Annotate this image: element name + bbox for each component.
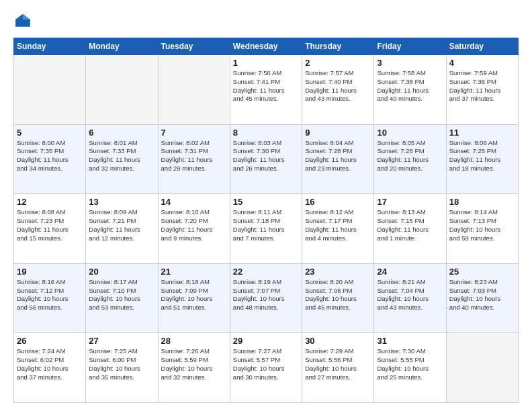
weekday-header-thursday: Thursday (302, 38, 374, 55)
day-info: Sunrise: 8:06 AM Sunset: 7:25 PM Dayligh… (449, 139, 515, 173)
day-number: 21 (161, 267, 227, 277)
day-number: 23 (305, 267, 371, 277)
calendar-cell: 17Sunrise: 8:13 AM Sunset: 7:15 PM Dayli… (374, 194, 446, 264)
svg-marker-2 (15, 14, 23, 19)
day-number: 11 (449, 128, 515, 138)
day-info: Sunrise: 8:04 AM Sunset: 7:28 PM Dayligh… (305, 139, 371, 173)
day-number: 2 (305, 58, 371, 68)
header (13, 12, 519, 31)
day-number: 30 (305, 336, 371, 346)
calendar-cell: 14Sunrise: 8:10 AM Sunset: 7:20 PM Dayli… (158, 194, 230, 264)
day-number: 4 (449, 58, 515, 68)
day-info: Sunrise: 7:27 AM Sunset: 5:57 PM Dayligh… (233, 347, 299, 381)
calendar-cell: 28Sunrise: 7:26 AM Sunset: 5:59 PM Dayli… (158, 333, 230, 403)
calendar-cell: 2Sunrise: 7:57 AM Sunset: 7:40 PM Daylig… (302, 55, 374, 125)
calendar-cell: 27Sunrise: 7:25 AM Sunset: 6:00 PM Dayli… (86, 333, 158, 403)
day-number: 18 (449, 197, 515, 207)
calendar-cell: 19Sunrise: 8:16 AM Sunset: 7:12 PM Dayli… (14, 263, 86, 333)
calendar-cell: 8Sunrise: 8:03 AM Sunset: 7:30 PM Daylig… (230, 124, 302, 194)
day-number: 9 (305, 128, 371, 138)
day-number: 22 (233, 267, 299, 277)
weekday-header-row: SundayMondayTuesdayWednesdayThursdayFrid… (14, 38, 519, 55)
day-info: Sunrise: 8:12 AM Sunset: 7:17 PM Dayligh… (305, 208, 371, 242)
day-info: Sunrise: 7:58 AM Sunset: 7:38 PM Dayligh… (377, 69, 443, 103)
day-info: Sunrise: 8:19 AM Sunset: 7:07 PM Dayligh… (233, 278, 299, 312)
calendar-cell: 26Sunrise: 7:24 AM Sunset: 6:02 PM Dayli… (14, 333, 86, 403)
day-info: Sunrise: 8:16 AM Sunset: 7:12 PM Dayligh… (17, 278, 83, 312)
day-number: 13 (89, 197, 154, 207)
weekday-header-monday: Monday (86, 38, 158, 55)
day-info: Sunrise: 8:17 AM Sunset: 7:10 PM Dayligh… (89, 278, 154, 312)
calendar-cell (158, 55, 230, 125)
calendar-cell: 24Sunrise: 8:21 AM Sunset: 7:04 PM Dayli… (374, 263, 446, 333)
calendar-cell: 1Sunrise: 7:56 AM Sunset: 7:41 PM Daylig… (230, 55, 302, 125)
day-number: 12 (17, 197, 83, 207)
calendar-cell (86, 55, 158, 125)
day-info: Sunrise: 7:30 AM Sunset: 5:55 PM Dayligh… (377, 347, 443, 381)
day-info: Sunrise: 8:23 AM Sunset: 7:03 PM Dayligh… (449, 278, 515, 312)
day-info: Sunrise: 7:57 AM Sunset: 7:40 PM Dayligh… (305, 69, 371, 103)
day-number: 26 (17, 336, 83, 346)
day-info: Sunrise: 8:02 AM Sunset: 7:31 PM Dayligh… (161, 139, 227, 173)
calendar: SundayMondayTuesdayWednesdayThursdayFrid… (13, 38, 519, 403)
calendar-cell: 29Sunrise: 7:27 AM Sunset: 5:57 PM Dayli… (230, 333, 302, 403)
day-number: 16 (305, 197, 371, 207)
calendar-cell: 20Sunrise: 8:17 AM Sunset: 7:10 PM Dayli… (86, 263, 158, 333)
day-info: Sunrise: 7:59 AM Sunset: 7:36 PM Dayligh… (449, 69, 515, 103)
day-number: 25 (449, 267, 515, 277)
day-info: Sunrise: 7:24 AM Sunset: 6:02 PM Dayligh… (17, 347, 83, 381)
day-info: Sunrise: 7:29 AM Sunset: 5:56 PM Dayligh… (305, 347, 371, 381)
calendar-cell: 11Sunrise: 8:06 AM Sunset: 7:25 PM Dayli… (446, 124, 518, 194)
day-number: 17 (377, 197, 443, 207)
calendar-cell: 31Sunrise: 7:30 AM Sunset: 5:55 PM Dayli… (374, 333, 446, 403)
day-number: 7 (161, 128, 227, 138)
logo-icon (13, 12, 32, 31)
day-number: 6 (89, 128, 154, 138)
weekday-header-wednesday: Wednesday (230, 38, 302, 55)
calendar-cell (446, 333, 518, 403)
logo (13, 12, 35, 31)
week-row-4: 19Sunrise: 8:16 AM Sunset: 7:12 PM Dayli… (14, 263, 519, 333)
calendar-cell (14, 55, 86, 125)
day-info: Sunrise: 8:09 AM Sunset: 7:21 PM Dayligh… (89, 208, 154, 242)
calendar-cell: 5Sunrise: 8:00 AM Sunset: 7:35 PM Daylig… (14, 124, 86, 194)
calendar-cell: 25Sunrise: 8:23 AM Sunset: 7:03 PM Dayli… (446, 263, 518, 333)
day-number: 29 (233, 336, 299, 346)
day-number: 19 (17, 267, 83, 277)
calendar-cell: 22Sunrise: 8:19 AM Sunset: 7:07 PM Dayli… (230, 263, 302, 333)
day-number: 1 (233, 58, 299, 68)
day-info: Sunrise: 8:14 AM Sunset: 7:13 PM Dayligh… (449, 208, 515, 242)
day-info: Sunrise: 7:25 AM Sunset: 6:00 PM Dayligh… (89, 347, 154, 381)
day-info: Sunrise: 8:21 AM Sunset: 7:04 PM Dayligh… (377, 278, 443, 312)
day-info: Sunrise: 8:18 AM Sunset: 7:09 PM Dayligh… (161, 278, 227, 312)
weekday-header-friday: Friday (374, 38, 446, 55)
calendar-cell: 30Sunrise: 7:29 AM Sunset: 5:56 PM Dayli… (302, 333, 374, 403)
day-info: Sunrise: 8:20 AM Sunset: 7:06 PM Dayligh… (305, 278, 371, 312)
day-number: 27 (89, 336, 154, 346)
day-number: 8 (233, 128, 299, 138)
day-info: Sunrise: 8:03 AM Sunset: 7:30 PM Dayligh… (233, 139, 299, 173)
calendar-cell: 4Sunrise: 7:59 AM Sunset: 7:36 PM Daylig… (446, 55, 518, 125)
day-number: 20 (89, 267, 154, 277)
day-number: 3 (377, 58, 443, 68)
day-info: Sunrise: 8:11 AM Sunset: 7:18 PM Dayligh… (233, 208, 299, 242)
calendar-cell: 10Sunrise: 8:05 AM Sunset: 7:26 PM Dayli… (374, 124, 446, 194)
day-info: Sunrise: 8:01 AM Sunset: 7:33 PM Dayligh… (89, 139, 154, 173)
calendar-cell: 13Sunrise: 8:09 AM Sunset: 7:21 PM Dayli… (86, 194, 158, 264)
day-info: Sunrise: 8:13 AM Sunset: 7:15 PM Dayligh… (377, 208, 443, 242)
day-number: 28 (161, 336, 227, 346)
day-info: Sunrise: 8:10 AM Sunset: 7:20 PM Dayligh… (161, 208, 227, 242)
day-number: 10 (377, 128, 443, 138)
day-number: 31 (377, 336, 443, 346)
calendar-cell: 16Sunrise: 8:12 AM Sunset: 7:17 PM Dayli… (302, 194, 374, 264)
calendar-cell: 23Sunrise: 8:20 AM Sunset: 7:06 PM Dayli… (302, 263, 374, 333)
weekday-header-saturday: Saturday (446, 38, 518, 55)
day-info: Sunrise: 7:26 AM Sunset: 5:59 PM Dayligh… (161, 347, 227, 381)
svg-marker-1 (23, 14, 30, 19)
calendar-cell: 6Sunrise: 8:01 AM Sunset: 7:33 PM Daylig… (86, 124, 158, 194)
day-number: 24 (377, 267, 443, 277)
day-number: 15 (233, 197, 299, 207)
weekday-header-sunday: Sunday (14, 38, 86, 55)
calendar-cell: 18Sunrise: 8:14 AM Sunset: 7:13 PM Dayli… (446, 194, 518, 264)
day-info: Sunrise: 8:05 AM Sunset: 7:26 PM Dayligh… (377, 139, 443, 173)
